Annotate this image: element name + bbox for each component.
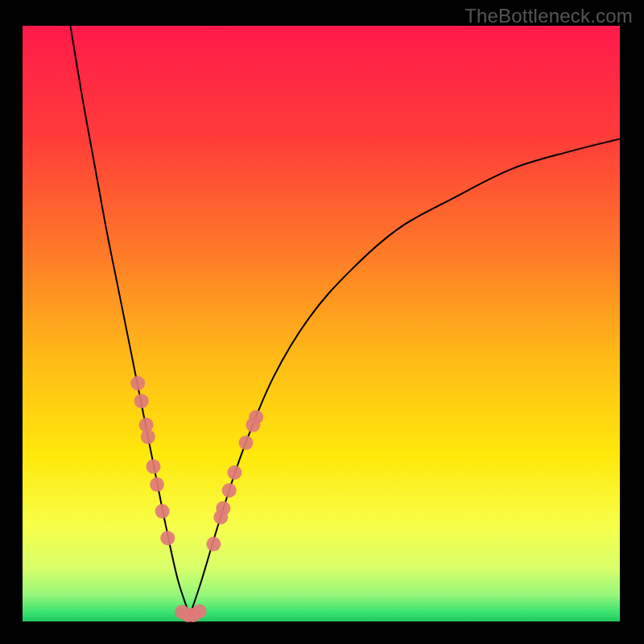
data-point xyxy=(222,483,237,497)
chart-frame: TheBottleneck.com xyxy=(0,0,644,644)
data-point xyxy=(155,504,170,518)
chart-canvas xyxy=(0,0,644,644)
data-point xyxy=(147,460,161,474)
data-point xyxy=(150,477,164,492)
data-point xyxy=(206,537,221,551)
data-point xyxy=(134,394,149,408)
data-point xyxy=(130,376,145,390)
data-point xyxy=(249,410,263,424)
data-point xyxy=(141,430,155,444)
watermark-text: TheBottleneck.com xyxy=(464,5,633,27)
data-point xyxy=(227,465,242,480)
data-point xyxy=(216,501,230,515)
plot-background xyxy=(23,26,620,621)
data-point xyxy=(239,436,254,450)
data-point xyxy=(192,604,207,618)
data-point xyxy=(160,530,175,545)
